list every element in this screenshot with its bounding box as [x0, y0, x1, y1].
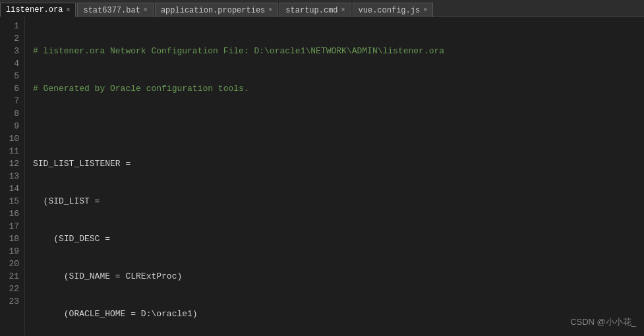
tab-listener-ora[interactable]: listener.ora × — [0, 3, 76, 17]
tab-label: application.properties — [161, 6, 265, 15]
tab-vue-config[interactable]: vue.config.js × — [353, 3, 434, 17]
tab-stat6377[interactable]: stat6377.bat × — [77, 3, 153, 17]
close-icon[interactable]: × — [144, 7, 148, 14]
close-icon[interactable]: × — [268, 7, 272, 14]
code-line-2: # Generated by Oracle configuration tool… — [33, 82, 644, 95]
code-line-6: (SID_DESC = — [33, 233, 644, 245]
tab-label: vue.config.js — [359, 6, 421, 15]
editor: 1 2 3 4 5 6 7 8 9 10 11 12 13 14 15 16 1… — [0, 17, 644, 335]
tab-application-properties[interactable]: application.properties × — [155, 3, 278, 17]
tab-startup-cmd[interactable]: startup.cmd × — [279, 3, 351, 17]
tab-bar: listener.ora × stat6377.bat × applicatio… — [0, 0, 644, 17]
tab-label: startup.cmd — [285, 6, 337, 15]
code-line-7: (SID_NAME = CLRExtProc) — [33, 270, 644, 283]
close-icon[interactable]: × — [66, 7, 70, 14]
code-line-4: SID_LIST_LISTENER = — [33, 157, 644, 170]
line-numbers: 1 2 3 4 5 6 7 8 9 10 11 12 13 14 15 16 1… — [0, 17, 25, 335]
close-icon[interactable]: × — [423, 7, 427, 14]
code-line-3 — [33, 120, 644, 132]
tab-label: stat6377.bat — [83, 6, 140, 15]
code-content: # listener.ora Network Configuration Fil… — [25, 17, 644, 335]
close-icon[interactable]: × — [341, 7, 345, 14]
code-line-1: # listener.ora Network Configuration Fil… — [33, 45, 644, 57]
watermark: CSDN @小小花_ — [570, 316, 636, 328]
tab-label: listener.ora — [6, 5, 63, 14]
code-line-5: (SID_LIST = — [33, 195, 644, 208]
code-line-8: (ORACLE_HOME = D:\oracle1) — [33, 308, 644, 320]
